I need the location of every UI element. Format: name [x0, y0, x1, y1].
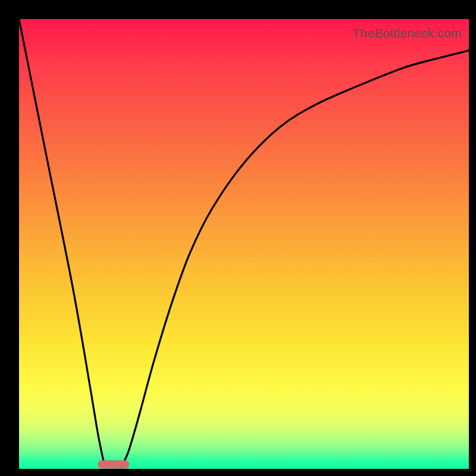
- chart-svg: [19, 19, 469, 469]
- chart-curves: [19, 19, 469, 464]
- chart-frame: TheBottleneck.com: [0, 0, 476, 476]
- curve-left-branch: [19, 19, 105, 464]
- bottleneck-marker: [98, 460, 129, 468]
- curve-right-branch: [123, 51, 469, 465]
- plot-area: TheBottleneck.com: [19, 19, 469, 469]
- attribution-text: TheBottleneck.com: [353, 26, 462, 40]
